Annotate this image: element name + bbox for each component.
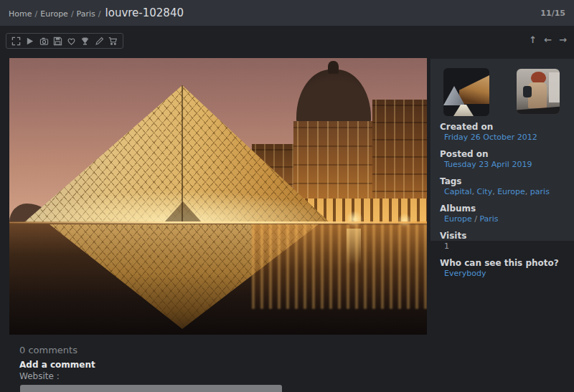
visits-section: Visits 1 — [440, 231, 569, 252]
up-arrow-icon[interactable]: ↑ — [529, 35, 537, 44]
caddie-button[interactable] — [107, 35, 118, 47]
photo-info-panel: Created on Friday 26 October 2012 Posted… — [430, 59, 574, 241]
next-photo-thumbnail[interactable] — [517, 69, 560, 114]
thumbnail-art — [523, 86, 532, 97]
photo-lamp-reflection — [347, 229, 361, 264]
photo-building-reflection — [252, 224, 427, 309]
visits-label: Visits — [440, 231, 569, 242]
thumbnail-art — [459, 75, 489, 104]
download-button[interactable] — [52, 35, 63, 47]
visits-value: 1 — [444, 242, 449, 251]
breadcrumb-separator: / — [71, 9, 74, 19]
website-input[interactable] — [20, 385, 282, 392]
edit-button[interactable] — [93, 35, 105, 47]
breadcrumb-separator: / — [34, 9, 37, 19]
thumbnail-art — [453, 105, 474, 116]
enlarge-button[interactable] — [11, 35, 22, 47]
heart-icon — [67, 37, 76, 46]
photo-navigation: ↑ ← → — [529, 32, 567, 47]
metadata-button[interactable] — [38, 35, 50, 47]
expand-icon — [11, 37, 21, 46]
visibility-value-link[interactable]: Everybody — [444, 269, 486, 278]
website-field-label: Website : — [19, 371, 60, 381]
breadcrumb: Home / Europe / Paris / louvre-102840 — [9, 6, 184, 19]
created-on-date-link[interactable]: Friday 26 October 2012 — [444, 133, 537, 142]
photo-title: louvre-102840 — [105, 6, 184, 19]
favorite-button[interactable] — [66, 35, 77, 47]
visibility-section: Who can see this photo? Everybody — [440, 258, 569, 279]
photo-page: Home / Europe / Paris / louvre-102840 11… — [0, 0, 574, 392]
breadcrumb-paris[interactable]: Paris — [77, 9, 95, 19]
save-icon — [53, 37, 62, 46]
tag-link[interactable]: Europe — [497, 187, 525, 196]
add-comment-heading: Add a comment — [19, 360, 95, 370]
tags-section: Tags Capital, City, Europe, paris — [440, 176, 569, 197]
breadcrumb-home[interactable]: Home — [9, 9, 32, 19]
previous-arrow-icon[interactable]: ← — [544, 35, 552, 44]
camera-icon — [39, 37, 49, 46]
previous-photo-thumbnail[interactable] — [443, 68, 489, 116]
trophy-icon — [80, 37, 90, 46]
tag-link[interactable]: paris — [530, 187, 550, 196]
breadcrumb-separator: / — [98, 9, 101, 19]
tag-link[interactable]: Capital — [444, 187, 472, 196]
breadcrumb-bar: Home / Europe / Paris / louvre-102840 11… — [0, 0, 574, 26]
visibility-label: Who can see this photo? — [440, 258, 569, 269]
pencil-icon — [95, 37, 104, 46]
photo-position-indicator: 11/15 — [540, 9, 565, 18]
thumbnail-art — [549, 72, 560, 102]
photo-louvre-cupola — [328, 61, 339, 74]
created-on-section: Created on Friday 26 October 2012 — [440, 122, 569, 143]
slideshow-button[interactable] — [24, 35, 36, 47]
posted-on-date-link[interactable]: Tuesday 23 April 2019 — [444, 160, 532, 169]
posted-on-section: Posted on Tuesday 23 April 2019 — [440, 149, 569, 170]
created-on-label: Created on — [440, 122, 569, 133]
photo-waterline — [9, 221, 427, 224]
posted-on-label: Posted on — [440, 149, 569, 160]
album-link[interactable]: Europe — [444, 214, 472, 224]
cart-icon — [108, 37, 118, 46]
tag-link[interactable]: City — [477, 187, 493, 196]
tag-separator: , — [472, 187, 477, 196]
album-separator: / — [472, 214, 480, 224]
comments-count: 0 comments — [19, 345, 77, 355]
tags-label: Tags — [440, 176, 569, 187]
main-photo[interactable] — [9, 58, 427, 335]
photo-toolbar — [6, 33, 123, 49]
photo-metadata: Created on Friday 26 October 2012 Posted… — [440, 122, 569, 285]
tag-separator: , — [525, 187, 530, 196]
next-arrow-icon[interactable]: → — [559, 35, 567, 44]
representative-button[interactable] — [80, 35, 91, 47]
album-link[interactable]: Paris — [479, 214, 498, 224]
albums-label: Albums — [440, 204, 569, 214]
play-icon — [25, 37, 34, 46]
albums-section: Albums Europe / Paris — [440, 204, 569, 224]
breadcrumb-europe[interactable]: Europe — [40, 9, 68, 19]
